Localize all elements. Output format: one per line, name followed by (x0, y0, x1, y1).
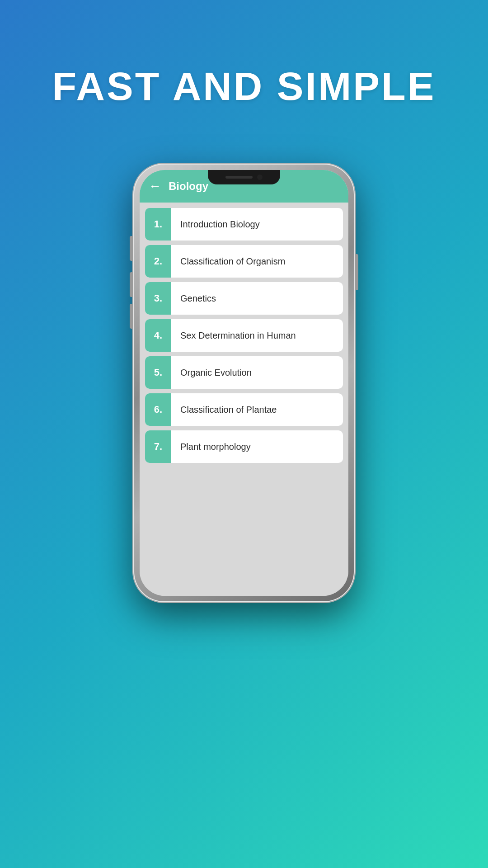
list-item[interactable]: 6. Classification of Plantae (145, 393, 343, 426)
notch-camera (257, 175, 263, 180)
item-label: Introduction Biology (171, 219, 269, 230)
item-number: 3. (145, 282, 171, 315)
list-item[interactable]: 4. Sex Determination in Human (145, 319, 343, 352)
list-item[interactable]: 3. Genetics (145, 282, 343, 315)
notch-speaker (225, 176, 253, 179)
header-title: Biology (169, 180, 208, 193)
page-headline: FAST AND SIMPLE (52, 63, 436, 109)
item-label: Plant morphology (171, 442, 260, 452)
item-number: 1. (145, 208, 171, 241)
item-number: 2. (145, 245, 171, 278)
item-label: Classification of Organism (171, 256, 294, 267)
app-content: 1. Introduction Biology 2. Classificatio… (140, 203, 348, 596)
item-label: Classification of Plantae (171, 405, 286, 415)
list-item[interactable]: 7. Plant morphology (145, 430, 343, 463)
item-number: 4. (145, 319, 171, 352)
phone-notch (208, 170, 280, 184)
item-label: Genetics (171, 293, 225, 304)
item-label: Sex Determination in Human (171, 330, 305, 341)
item-number: 6. (145, 393, 171, 426)
item-label: Organic Evolution (171, 368, 261, 378)
phone-screen: ← Biology 1. Introduction Biology 2. Cla… (140, 170, 348, 596)
item-number: 7. (145, 430, 171, 463)
back-button[interactable]: ← (149, 179, 161, 193)
item-number: 5. (145, 356, 171, 389)
phone-mockup: ← Biology 1. Introduction Biology 2. Cla… (133, 164, 355, 602)
list-item[interactable]: 1. Introduction Biology (145, 208, 343, 241)
list-item[interactable]: 5. Organic Evolution (145, 356, 343, 389)
list-item[interactable]: 2. Classification of Organism (145, 245, 343, 278)
